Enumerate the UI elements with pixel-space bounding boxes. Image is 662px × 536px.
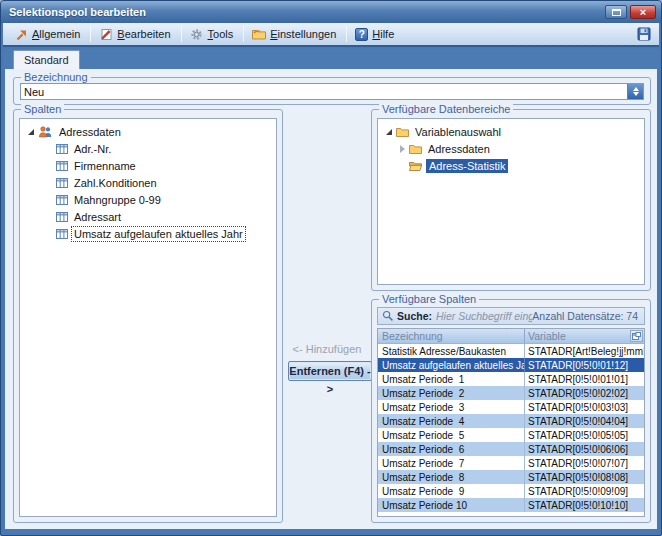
combobox-dropdown-button[interactable] xyxy=(627,84,643,99)
search-icon xyxy=(382,310,394,322)
table-header: Bezeichnung Variable xyxy=(378,329,644,344)
tree-collapsed-icon[interactable] xyxy=(400,145,405,153)
tree-item-column[interactable]: Umsatz aufgelaufen aktuelles Jahr xyxy=(22,225,274,242)
titlebar: Selektionspool bearbeiten × xyxy=(1,1,661,23)
tree-item-column[interactable]: Mahngruppe 0-99 xyxy=(22,191,274,208)
tabstrip: Standard xyxy=(3,49,659,69)
tab-standard[interactable]: Standard xyxy=(13,50,80,69)
table-row[interactable]: Umsatz Periode 7 STATADR[0!5!0!07!07] xyxy=(378,456,644,470)
close-button[interactable]: × xyxy=(630,5,656,19)
tree-item-column[interactable]: Firmenname xyxy=(22,157,274,174)
tree-expanded-icon[interactable] xyxy=(386,129,392,135)
remove-button[interactable]: Entfernen (F4) -> xyxy=(288,361,372,381)
tree-item-column[interactable]: Zahl.Konditionen xyxy=(22,174,274,191)
tree-node-adressdaten-folder[interactable]: Adressdaten xyxy=(380,140,642,157)
cell-bezeichnung: Umsatz Periode 1 xyxy=(378,374,524,385)
tree-item-label: Mahngruppe 0-99 xyxy=(72,193,163,207)
table-row[interactable]: Umsatz Periode 4 STATADR[0!5!0!04!04] xyxy=(378,414,644,428)
cell-bezeichnung: Statistik Adresse/Baukasten xyxy=(378,346,524,357)
search-bar: Suche: Anzahl Datensätze: 74 xyxy=(377,307,645,325)
tree-item-label: Firmenname xyxy=(72,159,138,173)
toolbar-button-allgemein[interactable]: Allgemein xyxy=(8,25,88,43)
table-row[interactable]: Statistik Adresse/Baukasten STATADR[Art!… xyxy=(378,344,644,358)
bezeichnung-combobox[interactable]: Neu xyxy=(20,83,644,100)
table-row[interactable]: Umsatz aufgelaufen aktuelles Jahr STATAD… xyxy=(378,358,644,372)
tree-expanded-icon[interactable] xyxy=(28,129,34,135)
tree-node-label-selected: Adress-Statistik xyxy=(426,159,508,173)
cell-bezeichnung: Umsatz Periode 3 xyxy=(378,402,524,413)
table-row[interactable]: Umsatz Periode 3 STATADR[0!5!0!03!03] xyxy=(378,400,644,414)
cell-variable: STATADR[0!5!0!06!06] xyxy=(524,442,644,456)
toolbar-label: Einstellungen xyxy=(270,28,336,40)
arrow-down-icon xyxy=(633,92,639,96)
toolbar-button-hilfe[interactable]: ? Hilfe xyxy=(349,26,402,43)
cell-bezeichnung: Umsatz Periode 9 xyxy=(378,486,524,497)
search-input[interactable] xyxy=(436,310,532,322)
tree-node-label: Adressdaten xyxy=(57,125,123,139)
dialog-window: Selektionspool bearbeiten × Allgemein Be… xyxy=(0,0,662,536)
add-button[interactable]: <- Hinzufügen (F3) xyxy=(287,341,367,357)
tree-node-adressdaten[interactable]: Adressdaten xyxy=(22,123,274,140)
table-row[interactable]: Umsatz Periode 8 STATADR[0!5!0!08!08] xyxy=(378,470,644,484)
close-icon: × xyxy=(640,7,646,17)
table-row[interactable]: Umsatz Periode 9 STATADR[0!5!0!09!09] xyxy=(378,484,644,498)
cell-bezeichnung: Umsatz Periode 8 xyxy=(378,472,524,483)
restore-button[interactable] xyxy=(605,5,627,19)
page-standard: Bezeichnung Neu Spalten Adressdaten xyxy=(5,69,657,529)
cell-variable: STATADR[0!5!0!10!10] xyxy=(524,498,644,512)
combobox-value: Neu xyxy=(21,86,627,98)
cell-bezeichnung: Umsatz Periode 10 xyxy=(378,500,524,511)
spalten-listbox: Adressdaten Adr.-Nr. Firmennam xyxy=(19,118,277,517)
tree-item-column[interactable]: Adr.-Nr. xyxy=(22,140,274,157)
column-header-bezeichnung[interactable]: Bezeichnung xyxy=(378,330,524,342)
save-button[interactable] xyxy=(637,27,651,41)
table-row[interactable]: Umsatz Periode 6 STATADR[0!5!0!06!06] xyxy=(378,442,644,456)
contacts-icon xyxy=(38,126,53,138)
group-label-spalten: Spalten xyxy=(21,103,64,115)
column-chooser-button[interactable] xyxy=(630,330,643,342)
settings-folder-icon xyxy=(252,27,266,41)
tree-node-variablenauswahl[interactable]: Variablenauswahl xyxy=(380,123,642,140)
toolbar-separator xyxy=(90,26,91,42)
toolbar-button-tools[interactable]: Tools xyxy=(184,25,242,43)
toolbar-separator xyxy=(243,26,244,42)
table-row[interactable]: Umsatz Periode 10 STATADR[0!5!0!10!10] xyxy=(378,498,644,512)
tree-node-adress-statistik[interactable]: Adress-Statistik xyxy=(380,157,642,174)
table-row[interactable]: Umsatz Periode 1 STATADR[0!5!0!01!01] xyxy=(378,372,644,386)
toolbar-label: Bearbeiten xyxy=(117,28,170,40)
cell-bezeichnung: Umsatz aufgelaufen aktuelles Jahr xyxy=(378,360,524,371)
table-row[interactable]: Umsatz Periode 5 STATADR[0!5!0!05!05] xyxy=(378,428,644,442)
table-column-icon xyxy=(56,144,68,154)
tree-item-label: Zahl.Konditionen xyxy=(72,176,159,190)
table-row[interactable]: Umsatz Periode 2 STATADR[0!5!0!02!02] xyxy=(378,386,644,400)
cell-variable: STATADR[0!5!0!01!01] xyxy=(524,372,644,386)
tree-node-label: Variablenauswahl xyxy=(413,125,503,139)
floppy-disk-icon xyxy=(637,27,651,41)
cell-variable: STATADR[0!5!0!03!03] xyxy=(524,400,644,414)
toolbar-button-einstellungen[interactable]: Einstellungen xyxy=(246,25,344,43)
cell-bezeichnung: Umsatz Periode 7 xyxy=(378,458,524,469)
folder-icon xyxy=(409,144,422,154)
group-datenbereiche: Verfügbare Datenbereiche Variablenauswah… xyxy=(371,109,651,291)
toolbar-separator xyxy=(181,26,182,42)
tree-item-column[interactable]: Adressart xyxy=(22,208,274,225)
tree-node-label: Adressdaten xyxy=(426,142,492,156)
column-header-variable[interactable]: Variable xyxy=(524,329,644,343)
toolbar-label: Tools xyxy=(208,28,234,40)
toolbar-label: Hilfe xyxy=(372,28,394,40)
datenbereiche-listbox: Variablenauswahl Adressdaten Adress-Stat… xyxy=(377,118,645,285)
toolbar-button-bearbeiten[interactable]: Bearbeiten xyxy=(93,25,178,43)
table-column-icon xyxy=(56,161,68,171)
toolbar-label: Allgemein xyxy=(32,28,80,40)
group-spalten: Spalten Adressdaten Adr.-Nr. xyxy=(13,109,283,523)
cell-variable: STATADR[0!5!0!09!09] xyxy=(524,484,644,498)
group-label-bezeichnung: Bezeichnung xyxy=(21,71,91,83)
cell-bezeichnung: Umsatz Periode 4 xyxy=(378,416,524,427)
tree-item-label: Adressart xyxy=(72,210,123,224)
table-column-icon xyxy=(56,178,68,188)
group-label-datenbereiche: Verfügbare Datenbereiche xyxy=(379,103,513,115)
toolbar: Allgemein Bearbeiten Tools Einstellungen… xyxy=(3,23,659,47)
tree-item-label: Umsatz aufgelaufen aktuelles Jahr xyxy=(72,227,245,241)
cell-bezeichnung: Umsatz Periode 6 xyxy=(378,444,524,455)
group-label-verfuegbare-spalten: Verfügbare Spalten xyxy=(379,293,479,305)
